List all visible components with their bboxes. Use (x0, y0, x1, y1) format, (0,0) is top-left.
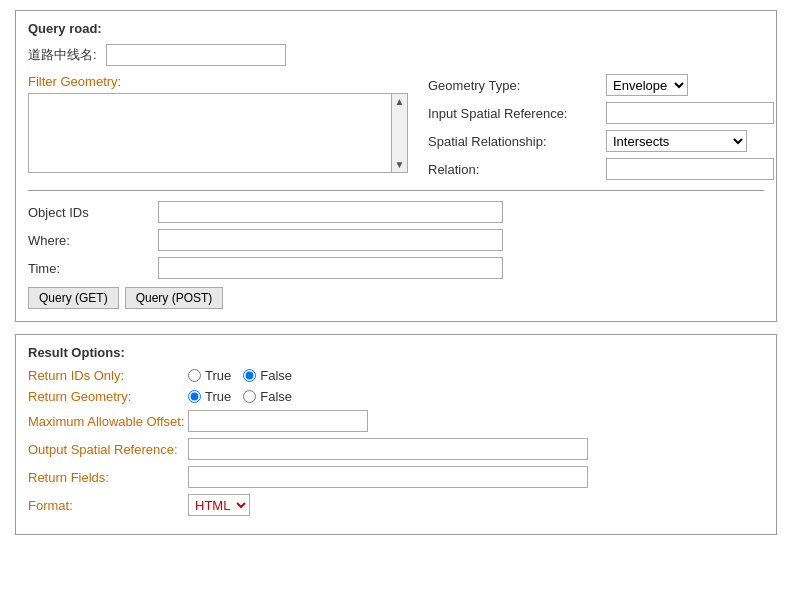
output-spatial-ref-row: Output Spatial Reference: (28, 438, 764, 460)
time-input[interactable] (158, 257, 503, 279)
return-ids-label: Return IDs Only: (28, 368, 188, 383)
result-options-title: Result Options: (28, 345, 764, 360)
time-label: Time: (28, 261, 158, 276)
scroll-up-arrow[interactable]: ▲ (393, 94, 407, 109)
geometry-type-label: Geometry Type: (428, 78, 598, 93)
output-spatial-ref-label: Output Spatial Reference: (28, 442, 188, 457)
filter-geometry-textarea[interactable] (28, 93, 408, 173)
geometry-type-row: Geometry Type: Envelope Point Polyline P… (428, 74, 774, 96)
return-geometry-label: Return Geometry: (28, 389, 188, 404)
input-spatial-ref-input[interactable] (606, 102, 774, 124)
format-label: Format: (28, 498, 188, 513)
where-input[interactable] (158, 229, 503, 251)
where-row: Where: (28, 229, 764, 251)
query-road-title: Query road: (28, 21, 764, 36)
query-get-button[interactable]: Query (GET) (28, 287, 119, 309)
time-row: Time: (28, 257, 764, 279)
return-geometry-false-label: False (260, 389, 292, 404)
input-spatial-ref-row: Input Spatial Reference: (428, 102, 774, 124)
relation-row: Relation: (428, 158, 774, 180)
output-spatial-ref-input[interactable] (188, 438, 588, 460)
return-geometry-true-label: True (205, 389, 231, 404)
road-name-row: 道路中线名: (28, 44, 764, 66)
format-row: Format: HTML JSON AMF (28, 494, 764, 516)
relation-input[interactable] (606, 158, 774, 180)
return-ids-true-option[interactable]: True (188, 368, 231, 383)
spatial-relationship-row: Spatial Relationship: Intersects Contain… (428, 130, 774, 152)
return-fields-row: Return Fields: (28, 466, 764, 488)
spatial-relationship-select[interactable]: Intersects Contains Crosses Envelope Int… (606, 130, 747, 152)
spatial-relationship-label: Spatial Relationship: (428, 134, 598, 149)
return-geometry-false-radio[interactable] (243, 390, 256, 403)
relation-label: Relation: (428, 162, 598, 177)
return-geometry-row: Return Geometry: True False (28, 389, 764, 404)
format-select-wrapper: HTML JSON AMF (188, 494, 250, 516)
scroll-down-arrow[interactable]: ▼ (393, 157, 407, 172)
max-offset-label: Maximum Allowable Offset: (28, 414, 188, 429)
format-select[interactable]: HTML JSON AMF (188, 494, 250, 516)
result-options-section: Result Options: Return IDs Only: True Fa… (15, 334, 777, 535)
return-fields-label: Return Fields: (28, 470, 188, 485)
return-ids-false-option[interactable]: False (243, 368, 292, 383)
input-spatial-ref-label: Input Spatial Reference: (428, 106, 598, 121)
scroll-arrows: ▲ ▼ (391, 94, 407, 172)
query-button-row: Query (GET) Query (POST) (28, 287, 764, 309)
query-road-section: Query road: 道路中线名: Filter Geometry: ▲ ▼ (15, 10, 777, 322)
return-fields-input[interactable] (188, 466, 588, 488)
max-offset-row: Maximum Allowable Offset: (28, 410, 764, 432)
filter-geometry-section: Filter Geometry: ▲ ▼ Geometry Type: Enve… (28, 74, 764, 180)
filter-geometry-textarea-wrapper: ▲ ▼ (28, 93, 408, 173)
where-label: Where: (28, 233, 158, 248)
return-geometry-radio-group: True False (188, 389, 292, 404)
filter-geometry-label: Filter Geometry: (28, 74, 408, 89)
object-ids-row: Object IDs (28, 201, 764, 223)
road-name-input[interactable] (106, 44, 286, 66)
divider-1 (28, 190, 764, 191)
road-name-label: 道路中线名: (28, 46, 98, 64)
filter-geometry-right: Geometry Type: Envelope Point Polyline P… (428, 74, 774, 180)
query-post-button[interactable]: Query (POST) (125, 287, 224, 309)
return-ids-radio-group: True False (188, 368, 292, 383)
return-ids-true-radio[interactable] (188, 369, 201, 382)
return-geometry-true-radio[interactable] (188, 390, 201, 403)
return-ids-false-radio[interactable] (243, 369, 256, 382)
return-ids-row: Return IDs Only: True False (28, 368, 764, 383)
filter-geometry-left: Filter Geometry: ▲ ▼ (28, 74, 408, 173)
main-container: Query road: 道路中线名: Filter Geometry: ▲ ▼ (0, 0, 792, 557)
return-ids-true-label: True (205, 368, 231, 383)
object-ids-label: Object IDs (28, 205, 158, 220)
object-ids-input[interactable] (158, 201, 503, 223)
return-geometry-true-option[interactable]: True (188, 389, 231, 404)
geometry-type-select[interactable]: Envelope Point Polyline Polygon Multipoi… (606, 74, 688, 96)
return-ids-false-label: False (260, 368, 292, 383)
max-offset-input[interactable] (188, 410, 368, 432)
return-geometry-false-option[interactable]: False (243, 389, 292, 404)
